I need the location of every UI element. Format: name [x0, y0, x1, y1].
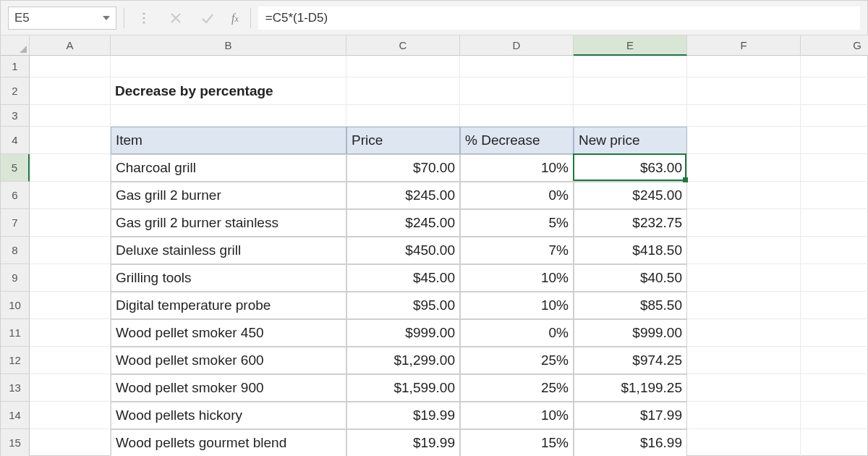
cell-F1[interactable]: [687, 56, 801, 77]
cell-A8[interactable]: [30, 237, 111, 264]
cell-F6[interactable]: [687, 182, 801, 209]
cell-B3[interactable]: [111, 105, 346, 127]
cell-D2[interactable]: [460, 77, 574, 105]
cell-B10[interactable]: Digital temperature probe: [111, 292, 346, 319]
cell-D3[interactable]: [460, 105, 574, 127]
cell-G11[interactable]: [801, 319, 868, 347]
cell-E10[interactable]: $85.50: [574, 292, 687, 319]
cell-E13[interactable]: $1,199.25: [574, 374, 687, 402]
cell-A10[interactable]: [30, 292, 111, 319]
row-header-15[interactable]: 15: [1, 429, 30, 456]
cell-B7[interactable]: Gas grill 2 burner stainless: [111, 209, 346, 237]
cell-G9[interactable]: [801, 264, 868, 292]
cell-A12[interactable]: [30, 347, 111, 374]
cell-F15[interactable]: [687, 429, 801, 456]
cell-F3[interactable]: [687, 105, 801, 127]
cell-C1[interactable]: [346, 56, 460, 77]
cell-E8[interactable]: $418.50: [574, 237, 687, 264]
cell-F8[interactable]: [687, 237, 801, 264]
cell-F7[interactable]: [687, 209, 801, 237]
cell-B1[interactable]: [111, 56, 346, 77]
row-header-6[interactable]: 6: [1, 182, 30, 209]
cell-C10[interactable]: $95.00: [346, 292, 460, 319]
cell-E9[interactable]: $40.50: [574, 264, 687, 292]
cell-F4[interactable]: [687, 127, 801, 154]
row-header-12[interactable]: 12: [1, 347, 30, 374]
cell-D12[interactable]: 25%: [460, 347, 574, 374]
cell-A2[interactable]: [30, 77, 111, 105]
cell-E4[interactable]: New price: [574, 127, 687, 154]
cell-B9[interactable]: Grilling tools: [111, 264, 346, 292]
column-header-E[interactable]: E: [574, 35, 687, 56]
cell-E6[interactable]: $245.00: [574, 182, 687, 209]
row-header-10[interactable]: 10: [1, 292, 30, 319]
cell-A13[interactable]: [30, 374, 111, 402]
row-header-4[interactable]: 4: [1, 127, 30, 154]
cell-B5[interactable]: Charcoal grill: [111, 154, 346, 182]
cell-F10[interactable]: [687, 292, 801, 319]
name-box[interactable]: E5: [8, 7, 116, 30]
cell-C3[interactable]: [346, 105, 460, 127]
cell-E2[interactable]: [574, 77, 687, 105]
cell-F13[interactable]: [687, 374, 801, 402]
cell-B14[interactable]: Wood pellets hickory: [111, 402, 346, 429]
cell-G10[interactable]: [801, 292, 868, 319]
row-header-14[interactable]: 14: [1, 402, 30, 429]
cell-A4[interactable]: [30, 127, 111, 154]
cell-G7[interactable]: [801, 209, 868, 237]
cell-B2[interactable]: Decrease by percentage: [111, 77, 346, 105]
cell-G13[interactable]: [801, 374, 868, 402]
cell-A5[interactable]: [30, 154, 111, 182]
cell-F12[interactable]: [687, 347, 801, 374]
cell-A9[interactable]: [30, 264, 111, 292]
column-header-D[interactable]: D: [460, 35, 574, 56]
cell-E12[interactable]: $974.25: [574, 347, 687, 374]
cell-E14[interactable]: $17.99: [574, 402, 687, 429]
row-header-5[interactable]: 5: [1, 154, 30, 182]
cancel-icon[interactable]: [163, 11, 188, 25]
row-header-3[interactable]: 3: [1, 105, 30, 127]
cell-B15[interactable]: Wood pellets gourmet blend: [111, 429, 346, 456]
cell-D7[interactable]: 5%: [460, 209, 574, 237]
check-icon[interactable]: [195, 11, 220, 25]
cell-D9[interactable]: 10%: [460, 264, 574, 292]
row-header-11[interactable]: 11: [1, 319, 30, 347]
cell-D6[interactable]: 0%: [460, 182, 574, 209]
cell-G6[interactable]: [801, 182, 868, 209]
cell-B6[interactable]: Gas grill 2 burner: [111, 182, 346, 209]
row-header-13[interactable]: 13: [1, 374, 30, 402]
cell-C6[interactable]: $245.00: [346, 182, 460, 209]
cell-F5[interactable]: [687, 154, 801, 182]
cell-D1[interactable]: [460, 56, 574, 77]
cell-D4[interactable]: % Decrease: [460, 127, 574, 154]
cell-F9[interactable]: [687, 264, 801, 292]
fx-icon[interactable]: fx: [227, 12, 243, 25]
row-header-1[interactable]: 1: [1, 56, 30, 77]
cell-E15[interactable]: $16.99: [574, 429, 687, 456]
cell-A1[interactable]: [30, 56, 111, 77]
column-header-F[interactable]: F: [687, 35, 801, 56]
cell-G12[interactable]: [801, 347, 868, 374]
cell-G5[interactable]: [801, 154, 868, 182]
cell-C14[interactable]: $19.99: [346, 402, 460, 429]
cell-B12[interactable]: Wood pellet smoker 600: [111, 347, 346, 374]
formula-input[interactable]: =C5*(1-D5): [258, 7, 860, 30]
cell-C8[interactable]: $450.00: [346, 237, 460, 264]
row-header-7[interactable]: 7: [1, 209, 30, 237]
row-header-9[interactable]: 9: [1, 264, 30, 292]
cell-C2[interactable]: [346, 77, 460, 105]
cell-E7[interactable]: $232.75: [574, 209, 687, 237]
cell-G1[interactable]: [801, 56, 868, 77]
cell-A11[interactable]: [30, 319, 111, 347]
spreadsheet-grid[interactable]: ABCDEFG12Decrease by percentage34ItemPri…: [1, 35, 867, 456]
cell-A7[interactable]: [30, 209, 111, 237]
column-header-G[interactable]: G: [801, 35, 868, 56]
cell-G8[interactable]: [801, 237, 868, 264]
cell-G4[interactable]: [801, 127, 868, 154]
cell-G2[interactable]: [801, 77, 868, 105]
cell-D13[interactable]: 25%: [460, 374, 574, 402]
cell-B13[interactable]: Wood pellet smoker 900: [111, 374, 346, 402]
cell-E3[interactable]: [574, 105, 687, 127]
column-header-B[interactable]: B: [111, 35, 346, 56]
cell-A3[interactable]: [30, 105, 111, 127]
